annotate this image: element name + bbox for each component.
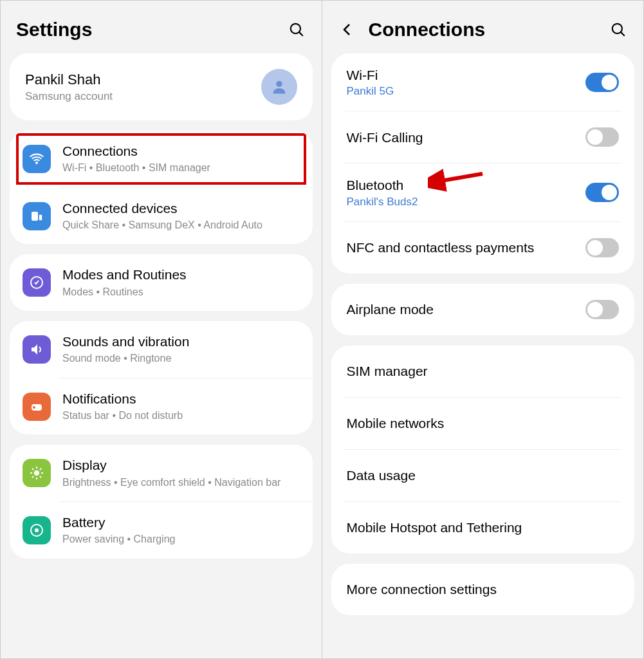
toggle-switch[interactable]	[585, 73, 619, 92]
settings-group: DisplayBrightness • Eye comfort shield •…	[10, 445, 313, 558]
item-title: SIM manager	[347, 362, 620, 380]
connections-item-sim-manager[interactable]: SIM manager	[331, 346, 635, 397]
toggle-switch[interactable]	[585, 238, 619, 257]
svg-line-20	[621, 32, 625, 36]
svg-point-0	[290, 24, 300, 33]
sound-icon	[23, 335, 51, 364]
settings-item-connected-devices[interactable]: Connected devicesQuick Share • Samsung D…	[10, 188, 313, 245]
item-subtitle: Quick Share • Samsung DeX • Android Auto	[62, 218, 300, 232]
item-title: Connected devices	[62, 200, 300, 217]
settings-item-sounds-and-vibration[interactable]: Sounds and vibrationSound mode • Rington…	[10, 321, 313, 378]
svg-rect-3	[32, 212, 38, 221]
item-subtitle: Sound mode • Ringtone	[62, 351, 300, 366]
settings-item-modes-and-routines[interactable]: Modes and RoutinesModes • Routines	[10, 254, 313, 311]
search-icon	[288, 21, 305, 38]
battery-icon	[23, 516, 51, 544]
connections-group: More connection settings	[331, 564, 635, 615]
svg-line-16	[40, 469, 41, 470]
connections-group: Airplane mode	[331, 284, 635, 335]
item-title: Mobile networks	[347, 414, 620, 432]
item-subtitle: Brightness • Eye comfort shield • Naviga…	[62, 476, 300, 490]
toggle-switch[interactable]	[585, 183, 619, 202]
settings-group: Sounds and vibrationSound mode • Rington…	[10, 321, 313, 434]
notifications-icon	[23, 393, 51, 421]
routines-icon	[23, 268, 51, 297]
settings-group: ConnectionsWi-Fi • Bluetooth • SIM manag…	[10, 131, 313, 244]
chevron-left-icon	[340, 22, 355, 37]
settings-screen: Settings Pankil Shah Samsung account Con…	[1, 1, 322, 658]
svg-point-7	[33, 406, 35, 409]
connections-header: Connections	[322, 1, 644, 53]
connections-item-mobile-networks[interactable]: Mobile networks	[331, 398, 635, 449]
connections-item-bluetooth[interactable]: BluetoothPankil's Buds2	[331, 163, 635, 221]
connections-item-mobile-hotspot-and-tethering[interactable]: Mobile Hotspot and Tethering	[331, 502, 635, 553]
settings-item-notifications[interactable]: NotificationsStatus bar • Do not disturb	[10, 378, 313, 435]
connections-group: SIM managerMobile networksData usageMobi…	[331, 346, 635, 553]
connections-item-airplane-mode[interactable]: Airplane mode	[331, 284, 635, 335]
devices-icon	[23, 202, 51, 230]
connections-item-wi-fi[interactable]: Wi-FiPankil 5G	[331, 53, 635, 111]
search-icon	[610, 21, 627, 38]
display-icon	[23, 459, 51, 487]
settings-header: Settings	[1, 1, 322, 53]
item-title: Data usage	[347, 467, 620, 484]
item-title: Mobile Hotspot and Tethering	[347, 519, 620, 536]
item-title: Wi-Fi	[347, 66, 586, 84]
connections-item-wi-fi-calling[interactable]: Wi-Fi Calling	[331, 111, 635, 163]
item-title: Airplane mode	[347, 301, 586, 318]
svg-point-8	[34, 470, 39, 476]
item-subtitle: Pankil 5G	[347, 85, 586, 98]
svg-rect-4	[39, 214, 42, 221]
settings-item-display[interactable]: DisplayBrightness • Eye comfort shield •…	[10, 445, 313, 501]
item-title: Battery	[62, 514, 300, 531]
connections-item-data-usage[interactable]: Data usage	[331, 450, 635, 501]
toggle-switch[interactable]	[585, 300, 619, 319]
item-title: Sounds and vibration	[62, 333, 300, 350]
avatar[interactable]	[261, 69, 297, 105]
back-button[interactable]	[338, 20, 357, 39]
toggle-switch[interactable]	[585, 127, 619, 147]
connections-item-more-connection-settings[interactable]: More connection settings	[331, 564, 635, 615]
connections-group: Wi-FiPankil 5GWi-Fi CallingBluetoothPank…	[331, 53, 635, 274]
item-title: NFC and contactless payments	[347, 239, 586, 256]
settings-item-connections[interactable]: ConnectionsWi-Fi • Bluetooth • SIM manag…	[10, 131, 313, 187]
wifi-icon	[23, 145, 51, 173]
page-title: Settings	[16, 19, 287, 41]
item-title: Bluetooth	[347, 176, 586, 194]
svg-line-1	[299, 32, 303, 36]
item-subtitle: Status bar • Do not disturb	[62, 409, 300, 423]
account-card[interactable]: Pankil Shah Samsung account	[10, 53, 313, 120]
connections-item-nfc-and-contactless-payments[interactable]: NFC and contactless payments	[331, 222, 635, 274]
item-title: Modes and Routines	[62, 266, 300, 283]
account-name: Pankil Shah	[25, 71, 261, 88]
svg-line-15	[32, 476, 33, 478]
item-title: More connection settings	[347, 580, 620, 598]
svg-point-2	[276, 81, 282, 87]
settings-group: Modes and RoutinesModes • Routines	[10, 254, 313, 311]
item-title: Notifications	[62, 390, 300, 407]
svg-line-14	[40, 476, 41, 478]
connections-screen: Connections Wi-FiPankil 5GWi-Fi CallingB…	[322, 1, 644, 658]
item-title: Display	[62, 456, 300, 474]
search-button[interactable]	[609, 20, 628, 39]
item-subtitle: Wi-Fi • Bluetooth • SIM manager	[62, 161, 300, 175]
settings-item-battery[interactable]: BatteryPower saving • Charging	[10, 502, 313, 559]
account-sub: Samsung account	[25, 90, 261, 103]
svg-point-19	[612, 24, 622, 33]
svg-line-13	[32, 469, 33, 470]
page-title: Connections	[369, 19, 609, 41]
item-subtitle: Modes • Routines	[62, 285, 300, 299]
item-subtitle: Power saving • Charging	[62, 532, 300, 546]
item-title: Wi-Fi Calling	[347, 129, 586, 146]
user-icon	[270, 78, 288, 96]
search-button[interactable]	[287, 20, 306, 39]
svg-point-18	[35, 528, 39, 532]
item-subtitle: Pankil's Buds2	[347, 196, 586, 209]
item-title: Connections	[62, 142, 300, 160]
